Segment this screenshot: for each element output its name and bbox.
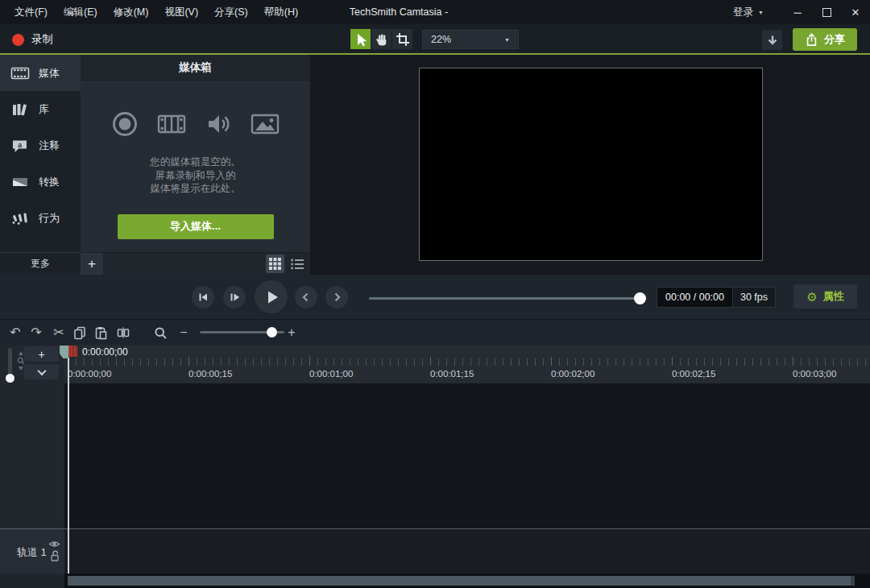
menu-help[interactable]: 帮助(H): [256, 0, 306, 24]
timeline: + 0:00:00;00 0:00:00;15 0:00:01;00 0:00:…: [0, 345, 870, 588]
import-media-button[interactable]: 导入媒体...: [118, 214, 274, 239]
fps-display[interactable]: 30 fps: [732, 288, 775, 307]
sidebar-item-label: 行为: [39, 211, 60, 226]
next-clip-button[interactable]: [325, 286, 348, 308]
close-button[interactable]: ✕: [841, 0, 870, 24]
grid-view-button[interactable]: [266, 255, 284, 273]
undo-button[interactable]: ↶: [5, 322, 26, 343]
record-button[interactable]: 录制: [8, 29, 57, 50]
track-name: 轨道 1: [17, 545, 47, 560]
ruler-tick: [833, 358, 834, 366]
step-forward-icon: [228, 291, 241, 304]
share-button[interactable]: 分享: [793, 28, 857, 51]
main-area: 媒体 库 a 注释 转换 行为 更多 媒体箱: [0, 55, 870, 275]
ruler-tick: [487, 358, 487, 366]
empty-state-line: 屏幕录制和导入的: [150, 169, 241, 183]
ruler-tick: [108, 358, 109, 366]
playback-bar: 00:00 / 00:00 30 fps ⚙ 属性: [0, 275, 870, 319]
menu-list: 文件(F) 编辑(E) 修改(M) 视图(V) 分享(S) 帮助(H): [0, 0, 306, 24]
ruler-tick: [640, 358, 640, 366]
ruler-tick: [92, 358, 93, 366]
download-button[interactable]: [762, 30, 782, 50]
sidebar-item-label: 媒体: [39, 66, 60, 81]
sidebar-item-annotations[interactable]: a 注释: [0, 127, 81, 164]
timeline-zoom-handle[interactable]: [267, 327, 277, 337]
playhead-out-handle[interactable]: [68, 346, 77, 357]
ruler-tick: [551, 357, 552, 366]
menu-share[interactable]: 分享(S): [206, 0, 256, 24]
horizontal-scrollbar[interactable]: [68, 576, 855, 586]
callout-icon: a: [10, 138, 30, 154]
ruler-label: 0:00:02;00: [551, 369, 594, 379]
sidebar-more-button[interactable]: 更多: [0, 252, 81, 275]
sidebar-item-library[interactable]: 库: [0, 91, 81, 127]
playhead-time-label: 0:00:00;00: [82, 346, 128, 358]
maximize-button[interactable]: [812, 0, 841, 24]
menu-modify[interactable]: 修改(M): [106, 0, 157, 24]
seek-slider[interactable]: [369, 297, 644, 300]
empty-state-line: 您的媒体箱是空的。: [150, 155, 241, 169]
properties-button[interactable]: ⚙ 属性: [793, 284, 857, 308]
ruler-tick: [865, 358, 866, 366]
previous-clip-button[interactable]: [295, 286, 317, 308]
video-preview[interactable]: [419, 68, 763, 261]
chevron-left-icon: [300, 291, 313, 304]
share-icon: [805, 33, 818, 47]
timeline-zoom-in-button[interactable]: +: [284, 322, 300, 343]
chevron-down-icon: ▼: [758, 10, 764, 15]
menu-edit[interactable]: 编辑(E): [56, 0, 106, 24]
step-forward-button[interactable]: [223, 286, 246, 308]
sidebar-item-behaviors[interactable]: 行为: [0, 200, 81, 236]
list-view-button[interactable]: [288, 255, 306, 273]
ruler-tick: [172, 358, 173, 366]
paste-button[interactable]: [90, 322, 111, 343]
sidebar-item-media[interactable]: 媒体: [0, 55, 81, 91]
ruler-tick: [583, 358, 584, 366]
copy-button[interactable]: [69, 322, 90, 343]
track-lane[interactable]: [64, 529, 870, 574]
redo-button[interactable]: ↷: [26, 322, 47, 343]
add-track-button[interactable]: +: [24, 346, 59, 362]
view-toggles: [266, 255, 306, 273]
timeline-ruler[interactable]: 0:00:00;00 0:00:00;15 0:00:01;00 0:00:01…: [64, 345, 870, 383]
ruler-tick: [704, 358, 705, 366]
minimize-button[interactable]: ─: [783, 0, 812, 24]
split-button[interactable]: [113, 322, 134, 343]
ruler-tick: [164, 358, 165, 366]
timeline-empty-area[interactable]: [64, 383, 870, 528]
share-label: 分享: [824, 32, 845, 47]
timeline-zoom-button[interactable]: [150, 322, 171, 343]
ruler-tick: [245, 358, 246, 366]
menu-view[interactable]: 视图(V): [156, 0, 206, 24]
ruler-tick: [334, 358, 334, 366]
timeline-zoom-out-button[interactable]: −: [176, 322, 192, 343]
ruler-tick: [293, 358, 294, 366]
login-button[interactable]: 登录 ▼: [723, 6, 773, 19]
seek-slider-handle[interactable]: [634, 292, 646, 304]
playhead-line[interactable]: [68, 358, 69, 574]
canvas-area[interactable]: [310, 55, 870, 275]
add-media-button[interactable]: +: [81, 253, 103, 275]
track-lock-toggle[interactable]: [50, 550, 60, 565]
pan-tool-button[interactable]: [371, 29, 392, 49]
track-height-slider-handle[interactable]: [6, 374, 14, 383]
window-controls: 登录 ▼ ─ ✕: [723, 0, 870, 24]
ruler-tick: [140, 358, 141, 366]
step-backward-icon: [197, 291, 209, 304]
ruler-tick: [414, 358, 415, 366]
ruler-tick: [350, 358, 350, 366]
cursor-tool-button[interactable]: [350, 29, 371, 49]
empty-state-line: 媒体将显示在此处。: [150, 182, 241, 196]
login-label: 登录: [733, 6, 753, 19]
canvas-zoom-dropdown[interactable]: 22% ▼: [422, 30, 519, 49]
cut-button[interactable]: ✂: [48, 322, 69, 343]
sidebar-item-transitions[interactable]: 转换: [0, 164, 81, 200]
svg-text:a: a: [18, 140, 22, 148]
step-backward-button[interactable]: [192, 286, 214, 308]
play-button[interactable]: [255, 280, 288, 313]
menu-file[interactable]: 文件(F): [6, 0, 56, 24]
crop-tool-button[interactable]: [392, 29, 412, 49]
ruler-tick: [744, 358, 745, 366]
collapse-tracks-button[interactable]: [24, 364, 59, 379]
arrow-down-icon: [766, 34, 779, 47]
